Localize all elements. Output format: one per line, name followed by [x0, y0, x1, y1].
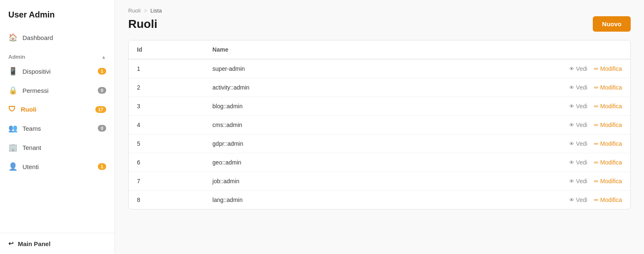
sidebar-item-dashboard[interactable]: 🏠 Dashboard — [0, 28, 114, 47]
page-header: Ruoli Nuovo — [128, 16, 631, 32]
sidebar: User Admin 🏠 Dashboard Admin ▲ 📱 Disposi… — [0, 0, 115, 254]
cell-actions: 👁 Vedi ✏ Modifica — [389, 59, 630, 78]
modifica-button[interactable]: ✏ Modifica — [594, 178, 622, 184]
table-header-row: Id Name — [129, 40, 630, 59]
teams-icon: 👥 — [8, 124, 17, 133]
vedi-button[interactable]: 👁 Vedi — [569, 197, 587, 203]
eye-icon: 👁 — [569, 159, 574, 166]
cell-actions: 👁 Vedi ✏ Modifica — [389, 153, 630, 172]
cell-actions: 👁 Vedi ✏ Modifica — [389, 172, 630, 191]
cell-name: super-admin — [204, 59, 389, 78]
cell-actions: 👁 Vedi ✏ Modifica — [389, 191, 630, 209]
sidebar-item-label: Utenti — [22, 163, 39, 170]
main-panel-link[interactable]: ↩ Main Panel — [0, 233, 114, 254]
modifica-button[interactable]: ✏ Modifica — [594, 197, 622, 203]
vedi-label: Vedi — [576, 65, 587, 72]
vedi-label: Vedi — [576, 197, 587, 203]
vedi-label: Vedi — [576, 159, 587, 166]
chevron-up-icon: ▲ — [101, 54, 106, 60]
badge-dispositivi: 1 — [98, 68, 106, 75]
cell-actions: 👁 Vedi ✏ Modifica — [389, 134, 630, 153]
vedi-button[interactable]: 👁 Vedi — [569, 122, 587, 128]
modifica-label: Modifica — [600, 103, 622, 110]
main-content: Ruoli > Lista Ruoli Nuovo Id Name 1 supe… — [115, 0, 644, 254]
lock-icon: 🔒 — [8, 86, 17, 95]
edit-icon: ✏ — [594, 197, 599, 203]
nuovo-button[interactable]: Nuovo — [593, 16, 631, 32]
table-row: 6 geo::admin 👁 Vedi ✏ Modifica — [129, 153, 630, 172]
eye-icon: 👁 — [569, 141, 574, 147]
cell-id: 6 — [129, 153, 204, 172]
edit-icon: ✏ — [594, 85, 599, 91]
vedi-button[interactable]: 👁 Vedi — [569, 159, 587, 166]
sidebar-item-utenti[interactable]: 👤 Utenti 1 — [0, 157, 114, 176]
vedi-button[interactable]: 👁 Vedi — [569, 178, 587, 184]
modifica-button[interactable]: ✏ Modifica — [594, 103, 622, 110]
table-row: 1 super-admin 👁 Vedi ✏ Modifica — [129, 59, 630, 78]
edit-icon: ✏ — [594, 178, 599, 184]
eye-icon: 👁 — [569, 85, 574, 91]
sidebar-title: User Admin — [0, 0, 114, 28]
cell-name: job::admin — [204, 172, 389, 191]
table-row: 3 blog::admin 👁 Vedi ✏ Modifica — [129, 97, 630, 116]
table-body: 1 super-admin 👁 Vedi ✏ Modifica 2 activi… — [129, 59, 630, 209]
modifica-label: Modifica — [600, 122, 622, 128]
vedi-label: Vedi — [576, 122, 587, 128]
badge-teams: 0 — [98, 125, 106, 132]
sidebar-section-admin: Admin ▲ — [0, 47, 114, 62]
cell-actions: 👁 Vedi ✏ Modifica — [389, 116, 630, 134]
edit-icon: ✏ — [594, 103, 599, 110]
sidebar-item-dispositivi[interactable]: 📱 Dispositivi 1 — [0, 62, 114, 81]
breadcrumb: Ruoli > Lista — [128, 0, 631, 16]
breadcrumb-root: Ruoli — [128, 7, 141, 14]
modifica-label: Modifica — [600, 197, 622, 203]
modifica-button[interactable]: ✏ Modifica — [594, 140, 622, 147]
cell-actions: 👁 Vedi ✏ Modifica — [389, 78, 630, 97]
vedi-button[interactable]: 👁 Vedi — [569, 103, 587, 110]
breadcrumb-current: Lista — [150, 7, 162, 14]
cell-id: 2 — [129, 78, 204, 97]
breadcrumb-separator: > — [144, 7, 147, 14]
eye-icon: 👁 — [569, 122, 574, 128]
edit-icon: ✏ — [594, 141, 599, 147]
cell-name: lang::admin — [204, 191, 389, 209]
cell-name: gdpr::admin — [204, 134, 389, 153]
table-row: 8 lang::admin 👁 Vedi ✏ Modifica — [129, 191, 630, 209]
vedi-label: Vedi — [576, 103, 587, 110]
sidebar-nav: 🏠 Dashboard Admin ▲ 📱 Dispositivi 1 🔒 Pe… — [0, 28, 114, 233]
modifica-label: Modifica — [600, 84, 622, 91]
eye-icon: 👁 — [569, 197, 574, 203]
sidebar-item-permessi[interactable]: 🔒 Permessi 0 — [0, 81, 114, 100]
table-row: 2 activity::admin 👁 Vedi ✏ Modifica — [129, 78, 630, 97]
cell-name: blog::admin — [204, 97, 389, 116]
sidebar-item-label: Ruoli — [21, 106, 37, 113]
modifica-button[interactable]: ✏ Modifica — [594, 65, 622, 72]
sidebar-item-tenant[interactable]: 🏢 Tenant — [0, 138, 114, 157]
modifica-label: Modifica — [600, 178, 622, 184]
vedi-button[interactable]: 👁 Vedi — [569, 140, 587, 147]
modifica-button[interactable]: ✏ Modifica — [594, 159, 622, 166]
col-actions — [389, 40, 630, 59]
sidebar-item-teams[interactable]: 👥 Teams 0 — [0, 119, 114, 138]
sidebar-item-ruoli[interactable]: 🛡 Ruoli 17 — [0, 100, 114, 119]
vedi-button[interactable]: 👁 Vedi — [569, 65, 587, 72]
cell-name: cms::admin — [204, 116, 389, 134]
cell-id: 7 — [129, 172, 204, 191]
cell-id: 3 — [129, 97, 204, 116]
badge-ruoli: 17 — [95, 106, 106, 113]
modifica-button[interactable]: ✏ Modifica — [594, 122, 622, 128]
device-icon: 📱 — [8, 67, 17, 76]
home-icon: 🏠 — [8, 33, 17, 42]
edit-icon: ✏ — [594, 159, 599, 166]
back-icon: ↩ — [8, 240, 14, 247]
sidebar-item-label: Teams — [22, 125, 41, 132]
modifica-label: Modifica — [600, 159, 622, 166]
eye-icon: 👁 — [569, 178, 574, 184]
badge-permessi: 0 — [98, 87, 106, 94]
modifica-button[interactable]: ✏ Modifica — [594, 84, 622, 91]
main-panel-label: Main Panel — [18, 240, 50, 247]
edit-icon: ✏ — [594, 66, 599, 72]
roles-table: Id Name 1 super-admin 👁 Vedi ✏ Modifica — [129, 40, 630, 209]
sidebar-item-label: Tenant — [22, 144, 41, 151]
vedi-button[interactable]: 👁 Vedi — [569, 84, 587, 91]
